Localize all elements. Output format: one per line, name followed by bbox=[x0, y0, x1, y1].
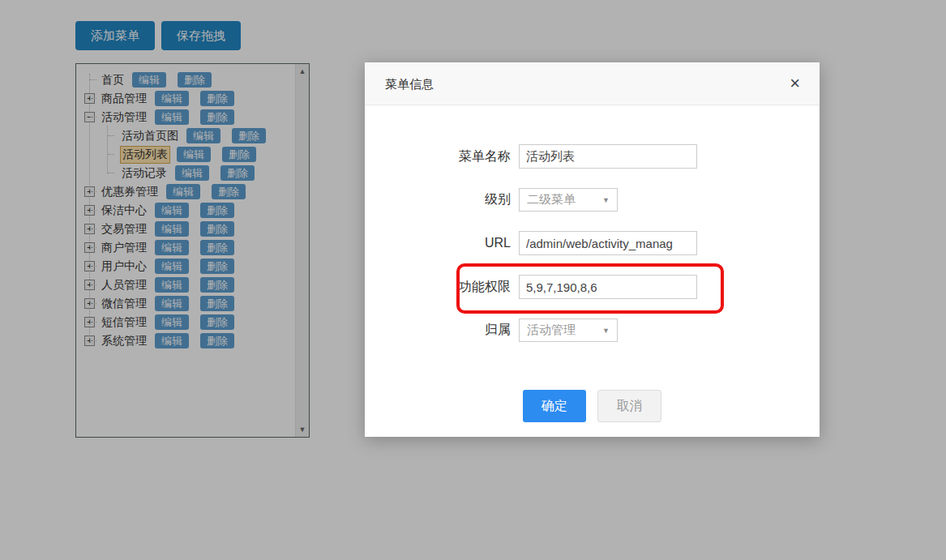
cancel-button[interactable]: 取消 bbox=[597, 390, 661, 422]
modal-title: 菜单信息 bbox=[385, 62, 434, 105]
url-input[interactable] bbox=[519, 231, 697, 255]
level-select-value: 二级菜单 bbox=[527, 192, 576, 207]
chevron-down-icon: ▼ bbox=[602, 196, 610, 204]
menu-name-label: 菜单名称 bbox=[365, 148, 519, 165]
modal-header: 菜单信息 × bbox=[365, 62, 820, 105]
menu-name-input[interactable] bbox=[519, 144, 697, 169]
menu-info-modal: 菜单信息 × 菜单名称 级别 二级菜单 ▼ URL 功能权限 归属 活动管理 ▼… bbox=[365, 62, 820, 437]
parent-label: 归属 bbox=[365, 322, 519, 339]
url-label: URL bbox=[365, 236, 519, 250]
close-icon[interactable]: × bbox=[790, 74, 800, 93]
level-label: 级别 bbox=[365, 191, 519, 208]
parent-select-value: 活动管理 bbox=[527, 323, 576, 338]
modal-actions: 确定 取消 bbox=[523, 390, 661, 422]
permissions-input[interactable] bbox=[519, 275, 697, 299]
level-select[interactable]: 二级菜单 ▼ bbox=[519, 188, 618, 212]
confirm-button[interactable]: 确定 bbox=[523, 390, 586, 422]
parent-select[interactable]: 活动管理 ▼ bbox=[519, 318, 618, 342]
chevron-down-icon: ▼ bbox=[602, 327, 610, 335]
permissions-label: 功能权限 bbox=[365, 279, 519, 296]
